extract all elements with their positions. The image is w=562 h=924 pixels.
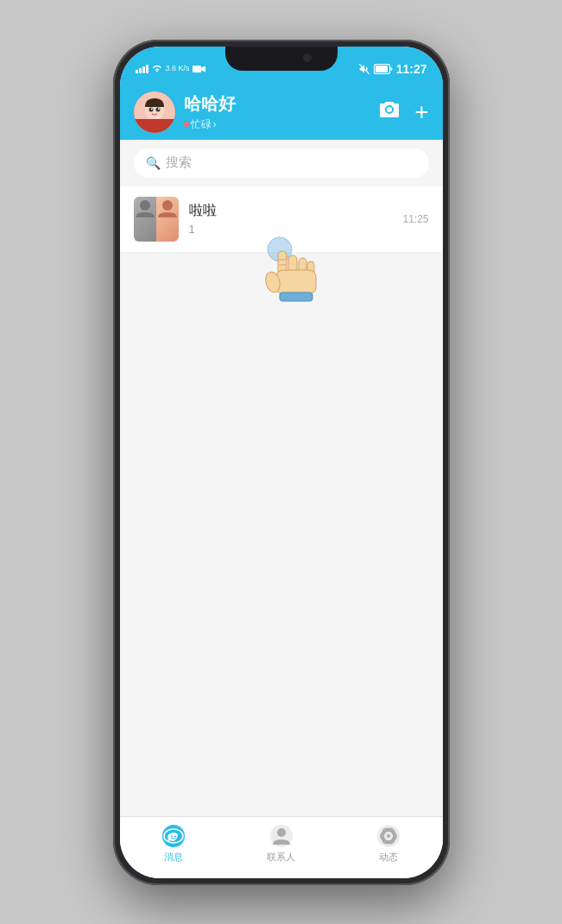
svg-point-9 [157, 108, 159, 110]
search-icon: 🔍 [146, 156, 161, 170]
avatar-image [134, 91, 175, 133]
svg-rect-23 [280, 292, 313, 301]
status-arrow: › [213, 118, 217, 130]
header-actions: + [378, 98, 428, 126]
bottom-nav: 消息 联系人 [120, 816, 443, 878]
svg-point-28 [171, 836, 173, 838]
chat-item[interactable]: 啦啦 1 11:25 [120, 186, 443, 253]
nav-moments[interactable]: 动态 [335, 824, 443, 864]
chat-info: 啦啦 1 [189, 202, 403, 236]
chat-list: 啦啦 1 11:25 [120, 186, 443, 816]
phone-frame: 3.6 K/s 11:27 [113, 40, 450, 885]
search-bar[interactable]: 🔍 搜索 [134, 148, 429, 178]
nav-messages[interactable]: 消息 [120, 824, 228, 864]
time-display: 11:27 [396, 62, 427, 76]
status-indicator [184, 122, 189, 127]
nav-contacts[interactable]: 联系人 [227, 824, 335, 864]
add-button[interactable]: + [414, 98, 428, 126]
moments-icon [376, 824, 401, 848]
svg-point-12 [140, 200, 150, 211]
avatar-part-2 [156, 197, 179, 242]
svg-rect-16 [288, 255, 297, 278]
notch [225, 47, 338, 71]
mute-icon [358, 63, 370, 75]
battery-icon [374, 64, 393, 74]
svg-point-6 [148, 107, 153, 111]
chat-time: 11:25 [402, 213, 428, 225]
svg-rect-3 [376, 66, 388, 72]
status-bar: 3.6 K/s 11:27 [120, 47, 443, 85]
search-placeholder: 搜索 [166, 154, 192, 171]
wifi-icon [151, 65, 163, 73]
messages-label: 消息 [164, 851, 183, 864]
svg-point-36 [387, 834, 390, 838]
user-avatar [134, 91, 175, 133]
svg-point-14 [268, 237, 292, 261]
moments-label: 动态 [379, 851, 398, 864]
svg-point-13 [162, 200, 173, 211]
app-header: 哈哈好 忙碌 › + [120, 85, 443, 140]
contacts-icon [269, 824, 294, 848]
avatar-part-1 [134, 197, 156, 242]
svg-rect-15 [278, 251, 287, 275]
status-text: 忙碌 [191, 117, 212, 132]
svg-rect-10 [134, 119, 175, 133]
messages-icon [161, 824, 186, 848]
svg-point-31 [277, 828, 286, 837]
svg-rect-17 [299, 258, 306, 277]
username: 哈哈好 [184, 92, 379, 116]
signal-icon [136, 65, 148, 73]
chat-name: 啦啦 [189, 202, 403, 220]
cursor-hand [254, 234, 323, 320]
chat-avatar [134, 197, 179, 242]
search-area: 🔍 搜索 [120, 140, 443, 186]
user-status-line: 忙碌 › [184, 117, 379, 132]
contacts-label: 联系人 [267, 851, 295, 864]
front-camera [303, 53, 312, 62]
svg-point-29 [174, 836, 176, 838]
svg-rect-18 [307, 261, 314, 276]
phone-screen: 3.6 K/s 11:27 [120, 47, 443, 878]
chat-meta: 11:25 [402, 213, 428, 225]
svg-point-7 [155, 107, 160, 111]
camera-button[interactable] [378, 100, 401, 124]
svg-point-8 [150, 108, 152, 110]
svg-rect-0 [193, 66, 201, 72]
chat-preview: 1 [189, 223, 403, 236]
svg-point-20 [263, 270, 282, 293]
status-left: 3.6 K/s [136, 65, 206, 73]
status-right: 11:27 [358, 62, 427, 76]
user-info: 哈哈好 忙碌 › [184, 92, 379, 132]
video-icon [193, 65, 206, 73]
data-speed: 3.6 K/s [166, 65, 190, 73]
svg-rect-19 [276, 270, 316, 294]
